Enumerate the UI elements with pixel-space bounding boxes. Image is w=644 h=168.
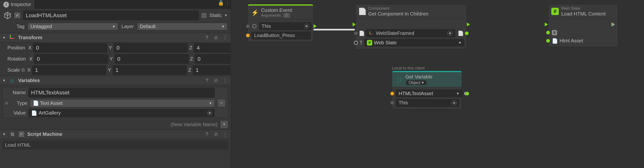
scale-x[interactable] bbox=[32, 65, 106, 75]
script-graph-canvas[interactable]: ⚡ Custom Event Arguments 0 This LoadButt… bbox=[231, 0, 644, 168]
arguments-count: 0 bbox=[283, 13, 290, 18]
object-picker-icon[interactable] bbox=[448, 31, 452, 36]
inspector-tab[interactable]: i Inspector bbox=[0, 0, 34, 9]
node-category: Web Slate bbox=[561, 6, 606, 11]
preset-icon[interactable]: ⎚ bbox=[212, 78, 219, 83]
tab-label: Inspector bbox=[11, 2, 31, 7]
context-menu-icon[interactable]: ⋮ bbox=[222, 131, 228, 137]
type-dropdown[interactable]: #Web Slate▼ bbox=[364, 39, 464, 47]
help-icon[interactable]: ? bbox=[204, 131, 210, 137]
static-label: Static bbox=[210, 13, 222, 18]
tag-dropdown[interactable]: Untagged▼ bbox=[28, 23, 118, 30]
port-in-name[interactable] bbox=[246, 33, 250, 38]
new-var-hint: (New Variable Name) bbox=[170, 122, 218, 127]
script-icon: ⧉ bbox=[9, 131, 16, 138]
node-title: Load HTML Content bbox=[561, 11, 606, 17]
tag-label: Tag bbox=[16, 24, 24, 29]
static-checkbox[interactable] bbox=[201, 13, 207, 18]
port-in-name[interactable] bbox=[390, 91, 394, 96]
node-custom-event[interactable]: ⚡ Custom Event Arguments 0 This LoadButt… bbox=[248, 4, 314, 42]
port-out-result[interactable] bbox=[465, 31, 469, 35]
cube-icon bbox=[252, 23, 257, 29]
info-icon: i bbox=[4, 2, 9, 7]
object-picker-icon[interactable] bbox=[452, 100, 456, 105]
port-in-html-asset[interactable] bbox=[546, 39, 550, 43]
context-menu-icon[interactable]: ⋮ bbox=[222, 35, 228, 40]
rotation-y[interactable] bbox=[114, 54, 188, 64]
gameobject-icon[interactable] bbox=[4, 11, 12, 20]
script-machine-header[interactable]: ▼ ⧉ ✓ Script Machine ? ⎚ ⋮ bbox=[0, 130, 231, 139]
var-value-field[interactable]: 📄 ArtGallery bbox=[28, 109, 215, 117]
get-variable-group: Local to this client ⬚ Get Variable Obje… bbox=[392, 66, 462, 109]
event-name-field[interactable]: LoadButton_Press bbox=[252, 32, 311, 39]
scale-label: Scale bbox=[4, 67, 20, 73]
port-out-flow[interactable] bbox=[467, 22, 470, 26]
port-in-target[interactable] bbox=[354, 31, 358, 35]
param-label: Html Asset bbox=[560, 38, 583, 44]
object-picker-icon[interactable] bbox=[304, 24, 309, 29]
port-out-value[interactable] bbox=[465, 91, 469, 96]
node-title: Get Component In Children bbox=[368, 11, 428, 17]
port-in-target[interactable] bbox=[246, 24, 250, 28]
hash-icon: # bbox=[551, 8, 559, 15]
node-load-html[interactable]: # Web Slate Load HTML Content # 📄 Html A… bbox=[548, 4, 618, 47]
port-out-flow[interactable] bbox=[314, 24, 317, 28]
layer-value: Default bbox=[140, 24, 156, 29]
var-value-label: Value bbox=[5, 110, 26, 116]
layer-dropdown[interactable]: Default▼ bbox=[137, 23, 227, 30]
port-in-fallback[interactable] bbox=[390, 101, 394, 105]
graph-name-field[interactable]: Load HTML bbox=[2, 141, 228, 150]
scale-y[interactable] bbox=[113, 65, 186, 75]
rotation-x[interactable] bbox=[34, 54, 108, 64]
new-variable-row: (New Variable Name) + bbox=[0, 120, 231, 130]
gameobject-name-field[interactable] bbox=[23, 11, 198, 20]
inspector-panel: i Inspector 🔒 ⋮ ✓ Static ▼ Tag Untagged▼… bbox=[0, 0, 231, 168]
help-icon[interactable]: ? bbox=[204, 78, 210, 83]
position-y[interactable] bbox=[114, 43, 188, 53]
port-out-play[interactable] bbox=[612, 22, 615, 26]
event-bolt-icon: ⚡ bbox=[251, 9, 259, 16]
target-field[interactable]: WebSlateFramed bbox=[366, 29, 455, 37]
node-header[interactable]: ⬚ Get Variable Object ▾ bbox=[392, 71, 462, 87]
script-machine-title: Script Machine bbox=[27, 131, 201, 137]
object-picker-icon[interactable] bbox=[207, 110, 212, 115]
port-in-flow[interactable] bbox=[352, 22, 356, 26]
var-name-field[interactable] bbox=[28, 88, 215, 97]
hash-icon: # bbox=[367, 40, 372, 45]
drag-handle-icon[interactable]: ≡ bbox=[5, 100, 8, 106]
help-icon[interactable]: ? bbox=[204, 35, 210, 40]
lock-icon[interactable]: 🔒 bbox=[218, 0, 224, 9]
target-field[interactable]: This bbox=[259, 22, 312, 30]
node-title: Get Variable bbox=[405, 74, 432, 80]
context-menu-icon[interactable]: ⋮ bbox=[222, 78, 228, 84]
node-get-variable[interactable]: ⬚ Get Variable Object ▾ HTMLTextAsset▼ T… bbox=[392, 71, 462, 109]
static-dropdown-icon[interactable]: ▼ bbox=[224, 13, 227, 17]
variables-header[interactable]: ▼ ◇ Variables ? ⎚ ⋮ bbox=[0, 76, 231, 85]
context-menu-icon[interactable]: ⋮ bbox=[224, 0, 231, 9]
transform-header[interactable]: ▼ Transform ? ⎚ ⋮ bbox=[0, 33, 231, 42]
preset-icon[interactable]: ⎚ bbox=[212, 131, 219, 137]
component-icon bbox=[359, 8, 366, 15]
script-enabled-checkbox[interactable]: ✓ bbox=[18, 131, 25, 138]
port-in-type[interactable] bbox=[354, 41, 358, 45]
node-header[interactable]: ⚡ Custom Event Arguments 0 bbox=[248, 4, 313, 20]
component-out-icon bbox=[458, 31, 463, 36]
var-value: ArtGallery bbox=[39, 110, 61, 116]
fallback-field[interactable]: This bbox=[396, 99, 459, 107]
preset-icon[interactable]: ⎚ bbox=[212, 35, 219, 40]
port-in-flow[interactable] bbox=[545, 22, 548, 26]
kind-dropdown[interactable]: Object ▾ bbox=[406, 80, 426, 85]
var-type-dropdown[interactable]: 📄 Text Asset▼ bbox=[30, 99, 215, 107]
text-asset-icon: 📄 bbox=[552, 38, 558, 44]
port-in-target[interactable] bbox=[546, 30, 550, 35]
node-header[interactable]: Component Get Component In Children bbox=[356, 4, 466, 19]
link-icon[interactable]: ⧉ bbox=[21, 67, 25, 73]
var-name-dropdown[interactable]: HTMLTextAsset▼ bbox=[396, 89, 462, 97]
add-var-button[interactable]: + bbox=[220, 120, 228, 129]
remove-var-button[interactable]: − bbox=[218, 99, 226, 107]
position-x[interactable] bbox=[33, 43, 107, 53]
node-get-component[interactable]: Component Get Component In Children WebS… bbox=[356, 4, 467, 49]
node-header[interactable]: # Web Slate Load HTML Content bbox=[548, 4, 618, 19]
text-asset-icon: 📄 bbox=[33, 100, 39, 106]
enabled-checkbox[interactable]: ✓ bbox=[14, 12, 21, 19]
